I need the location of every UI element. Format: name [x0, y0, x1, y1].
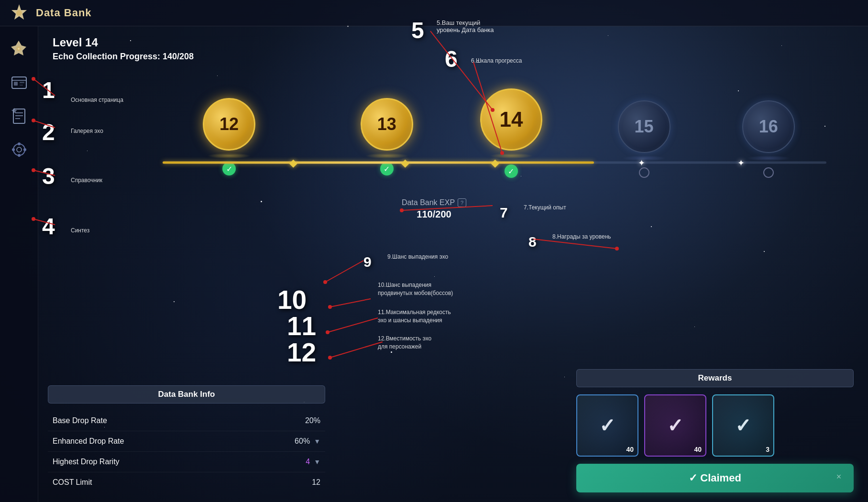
annotation-11: 11 [287, 313, 316, 339]
reward-item-3: ✓ 3 [712, 394, 774, 457]
annotation-label-11: 11.Максимальная редкостьэхо и шансы выпа… [378, 308, 451, 325]
annotation-label-6: 6.Шкала прогресса [471, 57, 522, 64]
highest-rarity-dropdown[interactable]: ▼ [314, 458, 320, 466]
node-empty-16 [763, 167, 774, 178]
level-node-15: 15 [618, 100, 670, 161]
level-node-13: 13 ✓ [361, 98, 413, 159]
sidebar-item-echo-gallery[interactable] [6, 69, 32, 96]
annotation-4: 4 [42, 215, 55, 238]
node-orb-16: 16 [742, 100, 795, 153]
info-label-highest-rarity: Highest Drop Rarity [53, 458, 120, 466]
node-base-12 [208, 153, 251, 159]
progress-star-2: ✦ [737, 157, 745, 168]
svg-point-19 [12, 148, 15, 151]
rewards-panel-title: Rewards [576, 369, 854, 387]
info-panel: Data Bank Info Base Drop Rate 20% Enhanc… [48, 385, 325, 492]
info-row-base-drop: Base Drop Rate 20% [48, 411, 325, 431]
annotation-2: 2 [42, 121, 55, 144]
progress-diamond-2 [401, 159, 409, 167]
node-orb-13: 13 [361, 98, 413, 151]
info-label-cost-limit: COST Limit [53, 478, 92, 487]
info-row-enhanced-drop: Enhanced Drop Rate 60% ▼ [48, 431, 325, 452]
node-base-13 [365, 153, 408, 159]
node-orb-15: 15 [618, 100, 670, 153]
exp-value: 110/200 [0, 209, 868, 220]
node-base-14 [490, 153, 533, 159]
node-empty-15 [639, 167, 649, 178]
info-value-base-drop: 20% [305, 416, 320, 425]
level-title: Level 14 [53, 36, 194, 49]
annotation-6: 6 [445, 48, 458, 71]
reward-count-1: 40 [626, 446, 634, 453]
reward-count-2: 40 [694, 446, 702, 453]
annotation-12: 12 [287, 339, 316, 366]
app-title: Data Bank [36, 7, 92, 19]
svg-point-17 [18, 142, 21, 145]
level-node-12: 12 ✓ [203, 98, 255, 159]
annotation-label-3: Справочник [71, 177, 102, 184]
annotation-label-8: 8.Награды за уровень [552, 233, 611, 240]
info-value-cost-limit: 12 [312, 478, 320, 487]
progress-bar-fill [163, 162, 594, 164]
close-button[interactable]: × [834, 471, 844, 482]
node-level-15: 15 [635, 117, 654, 137]
node-level-12: 12 [220, 114, 239, 134]
level-node-16: 16 [742, 100, 795, 161]
reward-item-2: ✓ 40 [644, 394, 706, 457]
sidebar-item-home[interactable] [6, 36, 32, 62]
enhanced-drop-dropdown[interactable]: ▼ [314, 437, 320, 445]
svg-rect-8 [20, 82, 24, 83]
svg-point-15 [13, 144, 25, 155]
info-row-highest-rarity: Highest Drop Rarity 4 ▼ [48, 452, 325, 472]
node-level-13: 13 [377, 114, 396, 134]
info-value-enhanced-drop: 60% ▼ [295, 437, 320, 446]
svg-point-18 [18, 154, 21, 157]
node-check-12: ✓ [222, 162, 236, 175]
svg-rect-7 [14, 82, 18, 86]
progress-bar-track: ✦ ✦ [163, 162, 826, 164]
annotation-label-9: 9.Шанс выпадения эхо [387, 253, 448, 260]
claimed-label: ✓ Claimed [689, 472, 741, 484]
progress-diamond-1 [289, 159, 297, 167]
progress-diamond-3 [491, 159, 499, 167]
annotation-label-2: Галерея эхо [71, 128, 103, 134]
claimed-button[interactable]: ✓ Claimed [576, 464, 854, 492]
sidebar-item-synthesis[interactable] [6, 136, 32, 163]
node-base-16 [747, 155, 790, 161]
annotation-3: 3 [42, 165, 55, 188]
collection-progress: Echo Collection Progress: 140/208 [53, 52, 194, 62]
svg-point-20 [23, 148, 26, 151]
node-check-14: ✓ [505, 164, 518, 178]
reward-item-1: ✓ 40 [576, 394, 638, 457]
rewards-panel: Rewards ✓ 40 ✓ 40 ✓ 3 ✓ Claimed × [576, 369, 854, 492]
exp-label: Data Bank EXP ? [0, 198, 868, 207]
progress-star-1: ✦ [638, 157, 645, 168]
exp-container: Data Bank EXP ? 110/200 [0, 198, 868, 220]
sidebar-item-handbook[interactable] [6, 103, 32, 129]
node-check-13: ✓ [380, 162, 394, 175]
svg-point-4 [18, 48, 20, 50]
annotation-5: 5 [411, 19, 424, 42]
info-value-highest-rarity: 4 ▼ [306, 458, 320, 466]
exp-help-icon[interactable]: ? [458, 198, 466, 207]
node-orb-14: 14 [480, 88, 542, 151]
node-level-14: 14 [499, 108, 523, 131]
annotation-label-7: 7.Текущий опыт [524, 204, 566, 211]
annotation-10: 10 [277, 287, 307, 313]
node-orb-12: 12 [203, 98, 255, 151]
app-logo [10, 3, 29, 22]
level-info: Level 14 Echo Collection Progress: 140/2… [53, 36, 194, 62]
annotation-label-5: 5.Ваш текущийуровень Дата банка [437, 19, 494, 33]
svg-point-1 [16, 10, 22, 16]
reward-items-container: ✓ 40 ✓ 40 ✓ 3 [576, 394, 854, 457]
annotation-label-10: 10.Шанс выпаденияпродвинутых мобов(боссо… [378, 281, 453, 297]
annotation-label-1: Основная страница [71, 97, 123, 103]
info-row-cost-limit: COST Limit 12 [48, 472, 325, 492]
annotation-7: 7 [500, 198, 508, 221]
level-node-14: 14 ✓ [480, 88, 542, 159]
annotation-label-12: 12.Вместимость эходля персонажей [378, 335, 431, 351]
info-panel-title: Data Bank Info [48, 385, 325, 404]
annotation-8: 8 [528, 228, 537, 251]
info-label-base-drop: Base Drop Rate [53, 416, 107, 425]
annotation-1: 1 [42, 79, 55, 102]
